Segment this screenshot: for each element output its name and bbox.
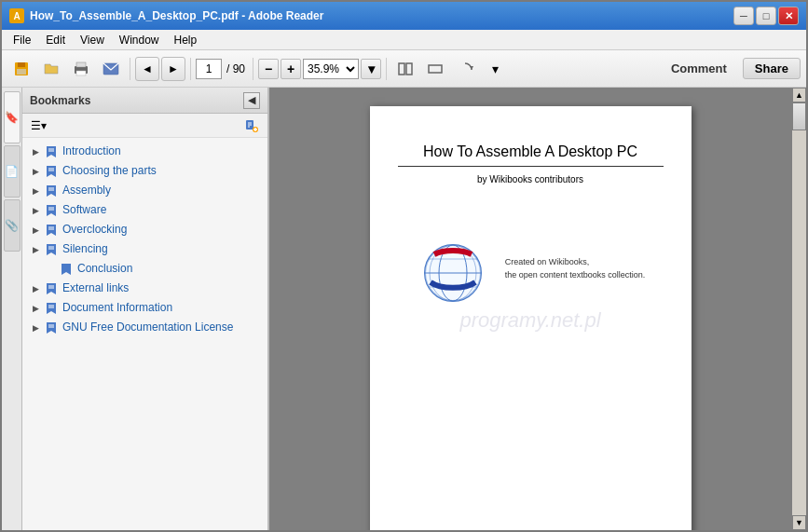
panel-add-button[interactable] bbox=[241, 116, 262, 135]
wikibooks-line2: the open content textbooks collection. bbox=[505, 268, 646, 281]
main-area: 🔖 📄 📎 Bookmarks ◀ ☰▾ bbox=[2, 88, 806, 530]
nav-back-button[interactable]: ◄ bbox=[135, 57, 159, 81]
panel-toolbar: ☰▾ bbox=[22, 114, 267, 138]
bookmark-software[interactable]: ▶ Software bbox=[22, 200, 267, 220]
bookmark-label-docinfo: Document Information bbox=[62, 300, 264, 316]
share-button[interactable]: Share bbox=[743, 58, 801, 79]
bookmark-docinfo[interactable]: ▶ Document Information bbox=[22, 298, 267, 318]
main-toolbar: ◄ ► / 90 − + 35.9% 50% 75% 100% ▾ ▾ bbox=[2, 50, 806, 88]
scrollbar-thumb[interactable] bbox=[792, 102, 806, 130]
bookmarks-tree: ▶ Introduction ▶ Choosing the parts bbox=[22, 138, 267, 530]
bookmarks-panel: Bookmarks ◀ ☰▾ ▶ Introduction bbox=[22, 88, 269, 530]
expand-overclocking[interactable]: ▶ bbox=[28, 223, 43, 238]
bookmark-icon-docinfo bbox=[44, 301, 59, 316]
expand-docinfo[interactable]: ▶ bbox=[28, 301, 43, 316]
bookmark-choosing[interactable]: ▶ Choosing the parts bbox=[22, 161, 267, 181]
bookmark-external[interactable]: ▶ External links bbox=[22, 279, 267, 298]
window-title: How_To_Assemble_A_Desktop_PC.pdf - Adobe… bbox=[30, 9, 323, 22]
expand-gnu[interactable]: ▶ bbox=[28, 321, 43, 335]
bookmark-gnu[interactable]: ▶ GNU Free Documentation License bbox=[22, 318, 267, 337]
close-button[interactable]: ✕ bbox=[778, 7, 799, 25]
zoom-dropdown-button[interactable]: ▾ bbox=[361, 59, 381, 79]
menu-window[interactable]: Window bbox=[112, 32, 167, 48]
bookmark-icon-external bbox=[44, 281, 59, 296]
svg-rect-2 bbox=[17, 69, 26, 75]
bookmark-label-choosing: Choosing the parts bbox=[62, 163, 264, 179]
page-number-input[interactable] bbox=[196, 59, 222, 79]
bookmarks-tab[interactable]: 🔖 bbox=[4, 91, 21, 143]
menu-edit[interactable]: Edit bbox=[38, 32, 73, 48]
separator-3 bbox=[253, 58, 253, 80]
title-bar: A How_To_Assemble_A_Desktop_PC.pdf - Ado… bbox=[2, 2, 806, 30]
svg-rect-1 bbox=[18, 62, 25, 67]
panel-title: Bookmarks bbox=[30, 94, 90, 107]
minimize-button[interactable]: ─ bbox=[733, 7, 754, 25]
expand-external[interactable]: ▶ bbox=[28, 281, 43, 296]
rotate-button[interactable] bbox=[451, 56, 479, 82]
vertical-scrollbar[interactable]: ▲ ▼ bbox=[791, 88, 806, 530]
menu-bar: File Edit View Window Help bbox=[2, 30, 806, 50]
pdf-page: How To Assemble A Desktop PC by Wikibook… bbox=[370, 106, 692, 530]
menu-help[interactable]: Help bbox=[167, 32, 205, 48]
bookmark-assembly[interactable]: ▶ Assembly bbox=[22, 181, 267, 200]
bookmark-label-overclocking: Overclocking bbox=[62, 222, 264, 238]
pdf-author: by Wikibooks contributors bbox=[477, 174, 583, 184]
panel-collapse-button[interactable]: ◀ bbox=[243, 92, 260, 109]
bookmark-overclocking[interactable]: ▶ Overclocking bbox=[22, 220, 267, 239]
fit-width-button[interactable] bbox=[421, 56, 449, 82]
bookmark-silencing[interactable]: ▶ Silencing bbox=[22, 239, 267, 259]
bookmark-conclusion[interactable]: Conclusion bbox=[22, 259, 267, 279]
bookmark-label-gnu: GNU Free Documentation License bbox=[62, 320, 264, 335]
pdf-view-area[interactable]: How To Assemble A Desktop PC by Wikibook… bbox=[269, 88, 791, 530]
bookmark-label-silencing: Silencing bbox=[62, 241, 264, 257]
svg-rect-7 bbox=[399, 63, 404, 75]
page-separator: / 90 bbox=[226, 62, 245, 75]
open-button[interactable] bbox=[37, 56, 65, 82]
toolbar-right: Comment Share bbox=[659, 58, 801, 79]
wikibooks-text: Created on Wikibooks, the open content t… bbox=[505, 255, 646, 282]
comment-button[interactable]: Comment bbox=[659, 58, 739, 79]
bookmark-label-external: External links bbox=[62, 280, 264, 296]
bookmark-icon-assembly bbox=[44, 184, 59, 198]
zoom-in-button[interactable]: + bbox=[281, 59, 301, 79]
pages-tab[interactable]: 📄 bbox=[4, 145, 21, 198]
bookmark-introduction[interactable]: ▶ Introduction bbox=[22, 142, 267, 161]
email-button[interactable] bbox=[97, 56, 125, 82]
bookmark-label-software: Software bbox=[62, 202, 264, 218]
attachments-tab[interactable]: 📎 bbox=[4, 199, 21, 252]
maximize-button[interactable]: □ bbox=[756, 7, 776, 25]
bookmark-icon-silencing bbox=[44, 242, 59, 257]
scrollbar-track[interactable] bbox=[792, 102, 806, 515]
save-button[interactable] bbox=[7, 56, 35, 82]
expand-software[interactable]: ▶ bbox=[28, 203, 43, 218]
scroll-down-button[interactable]: ▼ bbox=[792, 515, 806, 530]
bookmark-icon-introduction bbox=[44, 144, 59, 159]
expand-assembly[interactable]: ▶ bbox=[28, 184, 43, 198]
bookmark-label-introduction: Introduction bbox=[62, 143, 264, 159]
nav-forward-button[interactable]: ► bbox=[161, 57, 185, 81]
menu-file[interactable]: File bbox=[6, 32, 38, 48]
zoom-out-button[interactable]: − bbox=[258, 59, 279, 79]
pages-tab-icon: 📄 bbox=[5, 165, 19, 178]
expand-choosing[interactable]: ▶ bbox=[28, 164, 43, 179]
fit-page-button[interactable] bbox=[391, 56, 419, 82]
panel-menu-button[interactable]: ☰▾ bbox=[28, 116, 48, 135]
print-button[interactable] bbox=[67, 56, 95, 82]
left-panel-tabs: 🔖 📄 📎 bbox=[2, 88, 22, 530]
watermark: programy.net.pl bbox=[459, 308, 600, 333]
svg-rect-8 bbox=[406, 63, 412, 75]
separator-4 bbox=[386, 58, 387, 80]
bookmark-icon-conclusion bbox=[59, 262, 74, 277]
pdf-title: How To Assemble A Desktop PC bbox=[398, 143, 664, 167]
app-icon: A bbox=[9, 8, 24, 23]
scroll-up-button[interactable]: ▲ bbox=[792, 88, 806, 102]
bookmark-label-assembly: Assembly bbox=[62, 183, 264, 198]
more-button[interactable]: ▾ bbox=[481, 56, 509, 82]
menu-view[interactable]: View bbox=[73, 32, 112, 48]
panel-header: Bookmarks ◀ bbox=[22, 88, 267, 114]
zoom-select[interactable]: 35.9% 50% 75% 100% bbox=[303, 59, 359, 79]
expand-introduction[interactable]: ▶ bbox=[28, 144, 43, 159]
bookmark-label-conclusion: Conclusion bbox=[77, 261, 264, 277]
expand-silencing[interactable]: ▶ bbox=[28, 242, 43, 257]
expand-conclusion bbox=[43, 262, 58, 277]
